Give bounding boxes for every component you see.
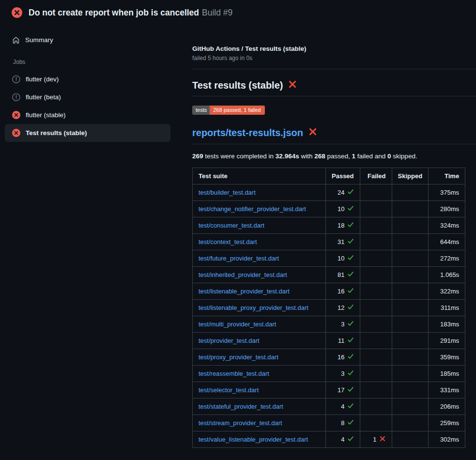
summary-part: 0 (387, 153, 391, 160)
suite-link[interactable]: test/selector_test.dart (199, 386, 259, 394)
table-row: test/provider_test.dart11291ms (193, 332, 465, 349)
skipped-cell (392, 365, 429, 382)
summary-text: 269 tests were completed in 32.964s with… (192, 153, 476, 160)
passed-cell-count: 17 (338, 386, 344, 394)
passed-cell-count: 3 (341, 370, 344, 377)
suite-cell: test/future_provider_test.dart (193, 250, 326, 266)
table-row: test/reassemble_test.dart3185ms (193, 365, 465, 382)
suite-link[interactable]: test/stateful_provider_test.dart (199, 403, 283, 410)
suite-cell: test/consumer_test.dart (193, 217, 326, 233)
job-label: Test results (stable) (26, 129, 87, 137)
badge-label: tests (192, 106, 210, 115)
sidebar-job-item[interactable]: Test results (stable) (5, 124, 170, 142)
failed-cell (360, 266, 392, 283)
passed-cell-count: 10 (338, 205, 344, 213)
suite-cell: test/builder_test.dart (193, 184, 326, 200)
passed-cell: 11 (326, 332, 360, 349)
passed-cell-count: 4 (341, 436, 344, 443)
time-cell: 302ms (429, 431, 465, 447)
suite-cell: test/change_notifier_provider_test.dart (193, 200, 326, 217)
sidebar-job-item[interactable]: flutter (beta) (5, 88, 170, 106)
failed-cell (360, 200, 392, 217)
summary-part: passed, (325, 153, 352, 160)
sidebar-item-summary[interactable]: Summary (5, 31, 170, 49)
skipped-cell (392, 414, 429, 431)
suite-link[interactable]: test/inherited_provider_test.dart (199, 271, 287, 278)
passed-cell-count: 3 (341, 321, 344, 328)
suite-link[interactable]: test/change_notifier_provider_test.dart (199, 205, 306, 213)
passed-cell-count: 8 (341, 419, 344, 427)
report-title: reports/test-results.json (192, 127, 476, 144)
suite-cell: test/context_test.dart (193, 233, 326, 250)
summary-part: tests were completed in (203, 153, 276, 160)
table-row: test/inherited_provider_test.dart811.065… (193, 266, 465, 283)
column-header: Time (429, 168, 465, 184)
fail-circle-icon (12, 111, 20, 119)
failed-cell (360, 233, 392, 250)
passed-cell: 3 (326, 316, 360, 332)
time-cell: 291ms (429, 332, 465, 349)
suite-link[interactable]: test/builder_test.dart (199, 189, 256, 196)
time-cell: 375ms (429, 184, 465, 200)
skipped-cell (392, 431, 429, 447)
suite-link[interactable]: test/context_test.dart (199, 238, 257, 245)
table-row: test/value_listenable_provider_test.dart… (193, 431, 465, 447)
suite-link[interactable]: test/future_provider_test.dart (199, 255, 279, 262)
failed-cell (360, 349, 392, 365)
skipped-cell (392, 217, 429, 233)
results-table: Test suitePassedFailedSkippedTime test/b… (192, 168, 465, 448)
passed-cell: 8 (326, 414, 360, 431)
summary-part: 268 (314, 153, 325, 160)
suite-link[interactable]: test/value_listenable_provider_test.dart (199, 436, 308, 443)
time-cell: 183ms (429, 316, 465, 332)
skipped-cell (392, 266, 429, 283)
time-cell: 311ms (429, 299, 465, 316)
sidebar-jobs-heading: Jobs (5, 49, 170, 70)
failed-cell (360, 299, 392, 316)
skipped-cell (392, 299, 429, 316)
badge-value: 268 passed, 1 failed (210, 106, 264, 115)
passed-cell-count: 10 (338, 255, 344, 262)
suite-link[interactable]: test/consumer_test.dart (199, 222, 264, 229)
suite-link[interactable]: test/stream_provider_test.dart (199, 419, 282, 427)
check-icon (347, 369, 354, 378)
report-link[interactable]: reports/test-results.json (192, 127, 303, 138)
cancelled-icon (12, 93, 20, 101)
passed-cell: 10 (326, 200, 360, 217)
check-icon (347, 254, 354, 262)
skipped-cell (392, 233, 429, 250)
suite-link[interactable]: test/reassemble_test.dart (199, 370, 269, 377)
fail-circle-icon (12, 129, 20, 137)
column-header: Failed (360, 168, 392, 184)
sidebar-job-item[interactable]: flutter (stable) (5, 106, 170, 124)
check-icon (347, 271, 354, 279)
failed-cell (360, 283, 392, 299)
summary-part: 269 (192, 153, 203, 160)
run-breadcrumb: GitHub Actions / Test results (stable) (192, 45, 476, 52)
failed-cell (360, 332, 392, 349)
passed-cell: 17 (326, 382, 360, 398)
passed-cell: 16 (326, 283, 360, 299)
check-icon (347, 353, 354, 361)
home-icon (12, 36, 20, 44)
check-icon (347, 419, 354, 427)
suite-link[interactable]: test/listenable_provider_test.dart (199, 288, 290, 295)
suite-link[interactable]: test/listenable_proxy_provider_test.dart (199, 304, 308, 311)
column-header: Skipped (392, 168, 429, 184)
page-header: Do not create report when job is cancell… (0, 0, 476, 25)
passed-cell-count: 12 (338, 304, 344, 311)
passed-cell-count: 16 (338, 288, 344, 295)
skipped-cell (392, 332, 429, 349)
summary-part: 32.964s (276, 153, 299, 160)
sidebar-job-item[interactable]: flutter (dev) (5, 70, 170, 88)
check-icon (347, 287, 354, 295)
suite-link[interactable]: test/multi_provider_test.dart (199, 321, 276, 328)
time-cell: 322ms (429, 283, 465, 299)
suite-link[interactable]: test/proxy_provider_test.dart (199, 353, 278, 361)
page: Do not create report when job is cancell… (0, 0, 476, 460)
suite-cell: test/value_listenable_provider_test.dart (193, 431, 326, 447)
tests-status-badge: tests 268 passed, 1 failed (192, 106, 265, 115)
suite-link[interactable]: test/provider_test.dart (199, 337, 260, 344)
time-cell: 1.065s (429, 266, 465, 283)
skipped-cell (392, 382, 429, 398)
